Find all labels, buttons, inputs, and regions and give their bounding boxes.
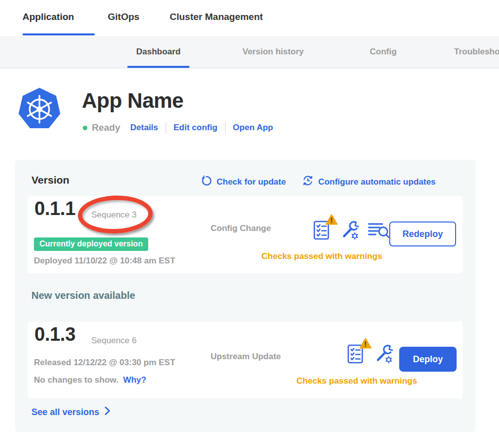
checks-status-text: Checks passed with warnings xyxy=(220,251,424,261)
kubernetes-logo-icon xyxy=(16,86,62,132)
chevron-right-icon xyxy=(104,406,111,418)
ready-status-label: Ready xyxy=(92,122,120,133)
active-tab-underline xyxy=(22,33,95,35)
checks-status-text: Checks passed with warnings xyxy=(254,376,459,386)
warning-triangle-icon xyxy=(325,214,338,227)
app-status-row: Ready Details Edit config Open App xyxy=(83,121,273,134)
divider xyxy=(166,122,166,133)
available-version-sequence: Sequence 6 xyxy=(91,336,137,346)
check-for-update-label: Check for update xyxy=(217,177,286,187)
current-version-sequence: Sequence 3 xyxy=(91,210,137,220)
open-app-link[interactable]: Open App xyxy=(233,123,273,133)
sub-nav: Dashboard Version history Config Trouble… xyxy=(0,36,499,68)
released-timestamp: Released 12/12/22 @ 03:30 pm EST xyxy=(34,358,175,368)
currently-deployed-badge: Currently deployed version xyxy=(34,237,148,251)
divider xyxy=(225,122,226,133)
current-version-checks-icons xyxy=(312,220,390,242)
deployed-timestamp: Deployed 11/10/22 @ 10:48 am EST xyxy=(34,256,175,266)
topnav-item-application[interactable]: Application xyxy=(22,11,74,22)
edit-config-link[interactable]: Edit config xyxy=(174,123,218,133)
topnav-item-gitops[interactable]: GitOps xyxy=(108,11,139,22)
version-source-label: Config Change xyxy=(211,224,271,233)
view-files-icon[interactable] xyxy=(367,221,390,241)
version-panel-actions: Check for update Configure automatic upd… xyxy=(201,175,436,189)
config-wrench-icon[interactable] xyxy=(373,343,394,366)
tab-dashboard[interactable]: Dashboard xyxy=(127,36,190,68)
tab-version-history[interactable]: Version history xyxy=(234,36,313,68)
no-changes-line: No changes to show. Why? xyxy=(34,375,146,385)
new-version-banner: New version available xyxy=(31,290,135,301)
check-for-update-link[interactable]: Check for update xyxy=(201,175,286,189)
available-version-checks-icons xyxy=(346,343,394,366)
why-link[interactable]: Why? xyxy=(123,375,146,385)
preflight-checklist-icon[interactable] xyxy=(312,220,331,242)
config-wrench-icon[interactable] xyxy=(339,220,360,242)
configure-automatic-updates-link[interactable]: Configure automatic updates xyxy=(302,175,436,189)
warning-triangle-icon xyxy=(359,338,372,351)
redeploy-button[interactable]: Redeploy xyxy=(389,222,456,246)
top-nav: Application GitOps Cluster Management xyxy=(0,0,499,36)
version-source-label: Upstream Update xyxy=(211,352,281,362)
no-changes-text: No changes to show. xyxy=(34,375,118,385)
available-version-card: 0.1.3 Sequence 6 Released 12/12/22 @ 03:… xyxy=(27,322,463,398)
ready-status-dot-icon xyxy=(83,126,87,130)
available-version-number: 0.1.3 xyxy=(34,324,75,345)
page-title: App Name xyxy=(82,89,184,113)
deploy-button[interactable]: Deploy xyxy=(399,347,457,372)
current-version-card: 0.1.1 Sequence 3 Currently deployed vers… xyxy=(27,196,463,273)
version-panel: Version Check for update xyxy=(15,160,476,432)
tab-config[interactable]: Config xyxy=(361,36,406,68)
details-link[interactable]: Details xyxy=(130,123,158,133)
app-dashboard-screen: Application GitOps Cluster Management Da… xyxy=(0,0,499,448)
tab-troubleshoot[interactable]: Troubleshoot xyxy=(445,36,499,68)
version-panel-title: Version xyxy=(31,174,69,186)
preflight-checklist-icon[interactable] xyxy=(346,343,365,366)
refresh-icon xyxy=(201,175,212,189)
configure-automatic-updates-label: Configure automatic updates xyxy=(318,177,436,187)
see-all-versions-label: See all versions xyxy=(31,407,99,418)
clock-refresh-icon xyxy=(302,175,314,189)
topnav-item-cluster-management[interactable]: Cluster Management xyxy=(170,11,263,22)
see-all-versions-link[interactable]: See all versions xyxy=(31,406,111,418)
current-version-number: 0.1.1 xyxy=(34,198,75,220)
